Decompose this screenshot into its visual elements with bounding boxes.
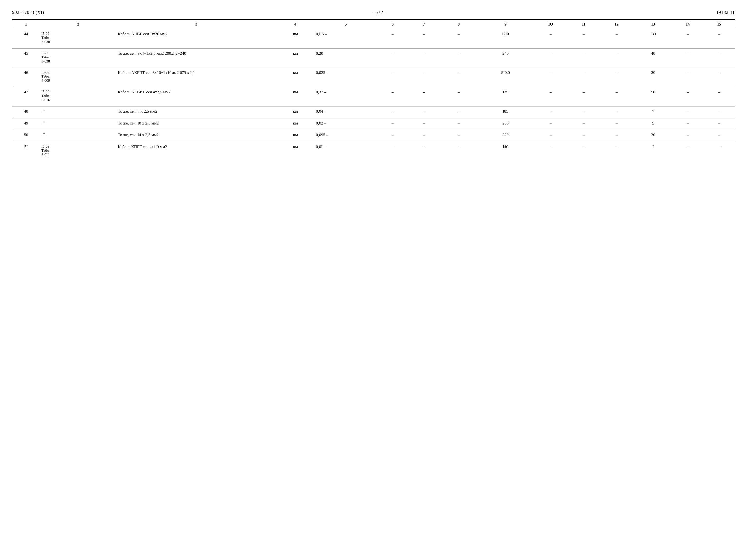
row-c7: –: [408, 29, 440, 47]
spacer-row: [12, 128, 735, 130]
col-header-5: 5: [314, 20, 377, 29]
row-c10: –: [533, 87, 568, 105]
row-c15: –: [703, 130, 735, 140]
row-c12: –: [599, 118, 634, 128]
header: 902-I-7083 (XI) - //2 - 19182-11: [12, 10, 735, 15]
row-unit: км: [276, 118, 314, 128]
spacer-row: [12, 47, 735, 48]
row-c9: I85: [478, 107, 534, 116]
row-c13: 20: [634, 68, 672, 85]
table-container: I 2 3 4 5 6 7 8 9 IO II I2 I3 I4 I5 44I5…: [12, 19, 735, 161]
row-desc: То же, сеч. I0 х 2,5 мм2: [117, 118, 276, 128]
row-c6: –: [377, 87, 408, 105]
table-row: 50–"–То же, сеч. I4 х 2,5 мм2км0,095 –––…: [12, 130, 735, 140]
row-c15: –: [703, 68, 735, 85]
row-c14: –: [672, 29, 704, 47]
row-c8: –: [440, 29, 478, 47]
col-header-2: 2: [40, 20, 116, 29]
row-num: 46: [12, 68, 40, 85]
row-ref: I5-09 Табл. 3-038: [40, 29, 116, 47]
row-desc: То же, сеч. I4 х 2,5 мм2: [117, 130, 276, 140]
row-num: 44: [12, 29, 40, 47]
row-c10: –: [533, 29, 568, 47]
col-header-11: II: [568, 20, 599, 29]
table-row: 49–"–То же, сеч. I0 х 2,5 мм2км0,02 ––––…: [12, 118, 735, 128]
row-c8: –: [440, 87, 478, 105]
row-qty: 0,02 –: [314, 118, 377, 128]
row-c11: –: [568, 142, 599, 159]
row-c9: 320: [478, 130, 534, 140]
col-header-9: 9: [478, 20, 534, 29]
col-header-1: I: [12, 20, 40, 29]
row-c13: I: [634, 142, 672, 159]
row-num: 48: [12, 107, 40, 116]
row-c7: –: [408, 87, 440, 105]
row-desc: То же, сеч. 3х4+1х2,5 мм2 200хI,2=240: [117, 48, 276, 66]
row-c7: –: [408, 118, 440, 128]
row-unit: км: [276, 87, 314, 105]
row-c11: –: [568, 29, 599, 47]
table-row: 45I5-09 Табл. 3-038То же, сеч. 3х4+1х2,5…: [12, 48, 735, 66]
row-c15: –: [703, 142, 735, 159]
row-c11: –: [568, 118, 599, 128]
header-center: - //2 -: [44, 10, 716, 15]
row-ref: I5-09 Табл. 6-016: [40, 87, 116, 105]
row-c8: –: [440, 142, 478, 159]
row-unit: км: [276, 107, 314, 116]
row-c7: –: [408, 68, 440, 85]
row-c14: –: [672, 130, 704, 140]
row-c15: –: [703, 118, 735, 128]
row-c11: –: [568, 68, 599, 85]
row-qty: 0,II5 –: [314, 29, 377, 47]
col-header-6: 6: [377, 20, 408, 29]
row-c14: –: [672, 87, 704, 105]
row-c9: I40: [478, 142, 534, 159]
row-c7: –: [408, 142, 440, 159]
row-c8: –: [440, 118, 478, 128]
row-desc: Кабель АIIBГ сеч. 3х70 мм2: [117, 29, 276, 47]
col-header-10: IO: [533, 20, 568, 29]
row-c7: –: [408, 48, 440, 66]
row-c13: 7: [634, 107, 672, 116]
table-row: 46I5-09 Табл. 4-009Кабель АКРПТ сеч.3х16…: [12, 68, 735, 85]
row-c12: –: [599, 68, 634, 85]
row-qty: 0,37 –: [314, 87, 377, 105]
row-qty: 0,20 –: [314, 48, 377, 66]
col-header-12: I2: [599, 20, 634, 29]
row-c9: I35: [478, 87, 534, 105]
row-c6: –: [377, 118, 408, 128]
row-c12: –: [599, 48, 634, 66]
col-header-3: 3: [117, 20, 276, 29]
row-c12: –: [599, 142, 634, 159]
row-c11: –: [568, 48, 599, 66]
table-row: 48–"–То же, сеч. 7 х 2,5 мм2км0,04 ––––I…: [12, 107, 735, 116]
row-c13: 5: [634, 118, 672, 128]
row-c14: –: [672, 142, 704, 159]
col-header-8: 8: [440, 20, 478, 29]
row-ref: –"–: [40, 130, 116, 140]
row-c6: –: [377, 29, 408, 47]
row-c12: –: [599, 107, 634, 116]
row-c8: –: [440, 48, 478, 66]
row-c9: 240: [478, 48, 534, 66]
table-row: 5II5-09 Табл. 6-0IIКабель КПБГ сеч.4х1,0…: [12, 142, 735, 159]
row-c15: –: [703, 107, 735, 116]
col-header-13: I3: [634, 20, 672, 29]
row-c9: I2I0: [478, 29, 534, 47]
row-c6: –: [377, 48, 408, 66]
header-right: 19182-11: [716, 10, 735, 15]
row-c11: –: [568, 107, 599, 116]
row-c12: –: [599, 130, 634, 140]
col-header-7: 7: [408, 20, 440, 29]
row-c6: –: [377, 68, 408, 85]
row-unit: км: [276, 130, 314, 140]
row-qty: 0,025 –: [314, 68, 377, 85]
row-unit: км: [276, 48, 314, 66]
row-c10: –: [533, 68, 568, 85]
row-c14: –: [672, 118, 704, 128]
row-unit: км: [276, 29, 314, 47]
row-c14: –: [672, 68, 704, 85]
spacer-row: [12, 140, 735, 142]
row-c10: –: [533, 48, 568, 66]
row-num: 45: [12, 48, 40, 66]
